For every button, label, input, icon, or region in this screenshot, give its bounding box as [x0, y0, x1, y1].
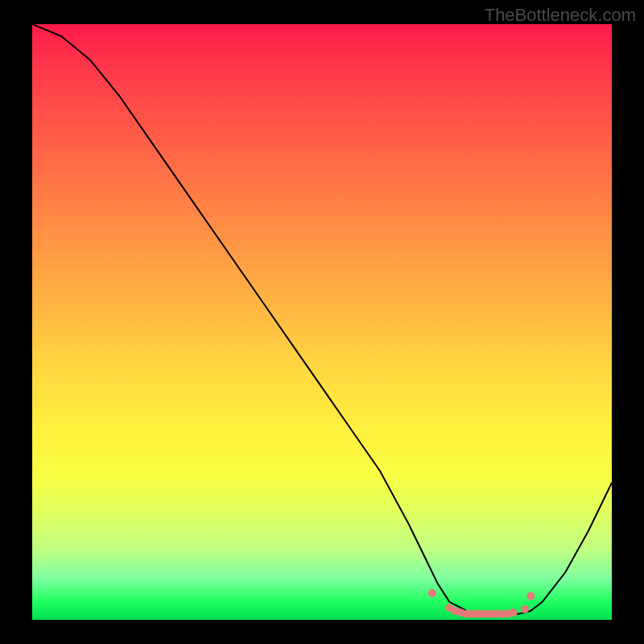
sweet-spot-dot	[428, 589, 436, 597]
sweet-spot-dot	[510, 609, 518, 617]
sweet-spot-dot	[526, 592, 535, 600]
bottleneck-curve	[32, 24, 612, 614]
watermark-text: TheBottleneck.com	[485, 5, 636, 26]
chart-svg	[32, 24, 612, 620]
chart-plot-area	[32, 24, 612, 620]
sweet-spot-dot	[521, 605, 529, 613]
